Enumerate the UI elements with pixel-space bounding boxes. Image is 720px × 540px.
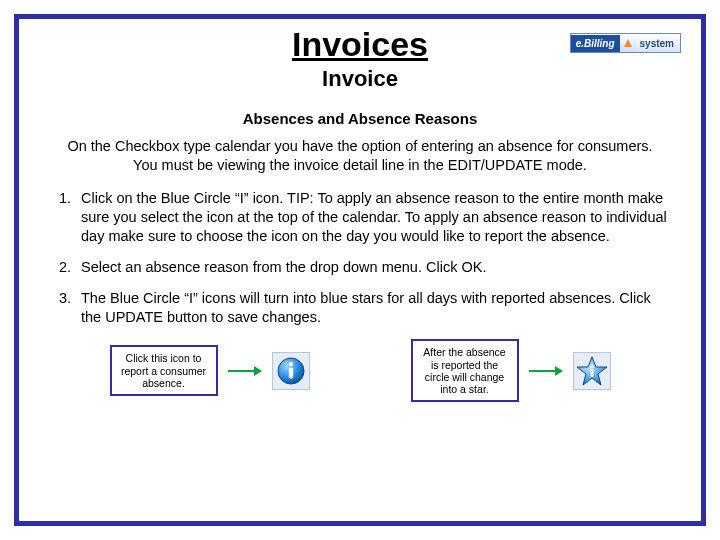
- icon-callout-row: Click this icon to report a consumer abs…: [39, 339, 681, 401]
- step-item: Click on the Blue Circle “I” icon. TIP: …: [75, 189, 669, 246]
- page-subtitle: Invoice: [39, 66, 681, 92]
- svg-rect-10: [590, 369, 593, 377]
- logo-left-text: e.Billing: [571, 35, 620, 52]
- intro-paragraph: On the Checkbox type calendar you have t…: [57, 137, 663, 175]
- info-circle-icon: [272, 352, 310, 390]
- ebilling-logo: e.Billing system: [570, 33, 681, 53]
- logo-arrow-icon: [620, 34, 636, 52]
- step-item: The Blue Circle “I” icons will turn into…: [75, 289, 669, 327]
- section-heading: Absences and Absence Reasons: [39, 110, 681, 127]
- svg-point-4: [288, 361, 292, 365]
- callout-right: After the absence is reported the circle…: [411, 339, 519, 401]
- svg-point-9: [590, 364, 593, 367]
- slide-frame: Invoices e.Billing system Invoice Absenc…: [14, 14, 706, 526]
- arrow-right-icon: [228, 364, 262, 378]
- info-star-icon: [573, 352, 611, 390]
- svg-marker-2: [254, 366, 262, 376]
- svg-rect-5: [288, 367, 292, 378]
- logo-right-text: system: [636, 35, 680, 52]
- page-title: Invoices: [292, 25, 428, 64]
- arrow-right-icon: [529, 364, 563, 378]
- callout-group-right: After the absence is reported the circle…: [411, 339, 611, 401]
- step-list: Click on the Blue Circle “I” icon. TIP: …: [69, 189, 669, 328]
- callout-group-left: Click this icon to report a consumer abs…: [110, 345, 310, 395]
- step-item: Select an absence reason from the drop d…: [75, 258, 669, 277]
- svg-marker-7: [555, 366, 563, 376]
- callout-left: Click this icon to report a consumer abs…: [110, 345, 218, 395]
- svg-marker-0: [624, 39, 632, 47]
